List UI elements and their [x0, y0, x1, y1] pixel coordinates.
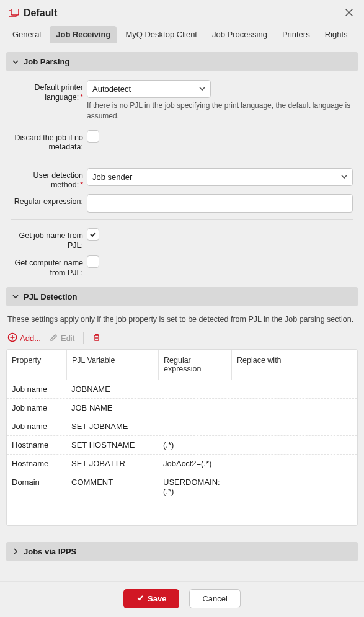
col-pjl-variable[interactable]: PJL Variable	[66, 350, 158, 380]
table-row[interactable]: Job nameJOBNAME	[7, 380, 357, 398]
table-row[interactable]: Job nameJOB NAME	[7, 398, 357, 417]
cell-property: Hostname	[7, 436, 66, 454]
section-header-jobs-via-ipps[interactable]: Jobs via IPPS	[6, 542, 358, 561]
section-header-pjl-detection[interactable]: PJL Detection	[6, 287, 358, 306]
cell-replace	[231, 417, 357, 435]
section-title: Job Parsing	[24, 57, 69, 66]
col-regex[interactable]: Regular expression	[158, 350, 231, 380]
select-value: Job sender	[92, 172, 132, 182]
cancel-button[interactable]: Cancel	[189, 589, 240, 608]
label-regular-expression: Regular expression:	[11, 194, 87, 207]
cell-replace	[231, 455, 357, 473]
table-row[interactable]: DomainCOMMENTUSERDOMAIN:(.*)	[7, 473, 357, 500]
cell-pjl-variable: SET HOSTNAME	[66, 436, 158, 454]
dialog: Default General Job Receiving MyQ Deskto…	[0, 0, 364, 617]
pjl-detection-table: Property PJL Variable Regular expression…	[6, 349, 358, 526]
tab-bar: General Job Receiving MyQ Desktop Client…	[0, 22, 364, 43]
label-user-detection-method: User detection method:*	[11, 168, 87, 190]
cell-pjl-variable: SET JOBNAME	[66, 417, 158, 435]
cell-pjl-variable: SET JOBATTR	[66, 455, 158, 473]
divider	[83, 332, 84, 344]
table-header: Property PJL Variable Regular expression…	[7, 350, 357, 380]
chevron-down-icon	[12, 59, 19, 65]
get-computer-name-from-pjl-checkbox[interactable]	[87, 255, 99, 268]
content-area: Job Parsing Default printer language:* A…	[0, 43, 364, 581]
chevron-down-icon	[341, 172, 347, 182]
table-row[interactable]: Job nameSET JOBNAME	[7, 417, 357, 435]
plus-circle-icon	[7, 332, 17, 344]
edit-button[interactable]: Edit	[50, 333, 74, 344]
label-get-job-name-from-pjl: Get job name from PJL:	[11, 228, 87, 251]
select-value: Autodetect	[92, 84, 131, 94]
user-detection-method-select[interactable]: Job sender	[87, 168, 353, 186]
cell-replace	[231, 399, 357, 417]
save-button[interactable]: Save	[123, 589, 179, 608]
cell-regex	[158, 399, 231, 417]
section-title: Jobs via IPPS	[24, 547, 76, 556]
dialog-footer: Save Cancel	[0, 581, 364, 617]
col-replace[interactable]: Replace with	[231, 350, 357, 380]
table-row[interactable]: HostnameSET JOBATTRJobAcct2=(.*)	[7, 454, 357, 473]
section-title: PJL Detection	[24, 292, 77, 301]
trash-icon	[92, 333, 101, 344]
label-get-computer-name-from-pjl: Get computer name from PJL:	[11, 255, 87, 278]
label-default-printer-language: Default printer language:*	[11, 80, 87, 102]
pjl-table-toolbar: Add... Edit	[6, 332, 358, 349]
check-icon	[136, 594, 144, 603]
cell-regex: USERDOMAIN:(.*)	[158, 473, 231, 500]
table-padding	[7, 500, 357, 525]
tab-job-receiving[interactable]: Job Receiving	[50, 26, 117, 43]
cell-replace	[231, 473, 357, 500]
table-row[interactable]: HostnameSET HOSTNAME(.*)	[7, 435, 357, 454]
tab-myq-desktop-client[interactable]: MyQ Desktop Client	[119, 26, 203, 43]
discard-if-no-metadata-checkbox[interactable]	[87, 130, 99, 143]
add-label: Add...	[20, 334, 41, 343]
table-body: Job nameJOBNAMEJob nameJOB NAMEJob nameS…	[7, 380, 357, 500]
get-job-name-from-pjl-checkbox[interactable]	[87, 228, 99, 241]
cell-regex	[158, 417, 231, 435]
divider	[11, 159, 353, 159]
section-note: These settings apply only if the job pro…	[6, 315, 358, 332]
delete-button[interactable]	[92, 333, 101, 344]
col-property[interactable]: Property	[7, 350, 66, 380]
section-body-job-parsing: Default printer language:* Autodetect If…	[6, 80, 358, 287]
chevron-down-icon	[199, 84, 205, 94]
cell-property: Job name	[7, 417, 66, 435]
svg-rect-1	[11, 9, 19, 15]
cell-property: Job name	[7, 399, 66, 417]
default-printer-language-select[interactable]: Autodetect	[87, 80, 211, 98]
tab-printers[interactable]: Printers	[276, 26, 316, 43]
cell-replace	[231, 380, 357, 398]
cell-pjl-variable: JOBNAME	[66, 380, 158, 398]
queue-icon	[9, 9, 20, 17]
cell-property: Job name	[7, 380, 66, 398]
divider	[11, 219, 353, 220]
tab-job-processing[interactable]: Job Processing	[206, 26, 273, 43]
section-header-job-parsing[interactable]: Job Parsing	[6, 52, 358, 71]
helper-text: If there is no PJL in the job specifying…	[87, 98, 353, 127]
tab-rights[interactable]: Rights	[319, 26, 354, 43]
cell-regex: (.*)	[158, 436, 231, 454]
cell-property: Hostname	[7, 455, 66, 473]
pencil-icon	[50, 333, 58, 344]
edit-label: Edit	[61, 334, 74, 343]
regular-expression-input[interactable]	[87, 194, 353, 213]
chevron-down-icon	[12, 293, 19, 300]
cell-replace	[231, 436, 357, 454]
tab-general[interactable]: General	[6, 26, 47, 43]
save-label: Save	[148, 594, 166, 603]
cell-pjl-variable: JOB NAME	[66, 399, 158, 417]
chevron-right-icon	[12, 548, 19, 554]
dialog-header: Default	[0, 0, 364, 22]
dialog-title: Default	[24, 7, 343, 19]
cell-pjl-variable: COMMENT	[66, 473, 158, 500]
cell-regex	[158, 380, 231, 398]
label-discard-if-no-metadata: Discard the job if no metadata:	[11, 130, 87, 153]
close-button[interactable]	[343, 6, 355, 20]
cell-regex: JobAcct2=(.*)	[158, 455, 231, 473]
cell-property: Domain	[7, 473, 66, 500]
add-button[interactable]: Add...	[7, 332, 41, 344]
cancel-label: Cancel	[202, 594, 227, 603]
